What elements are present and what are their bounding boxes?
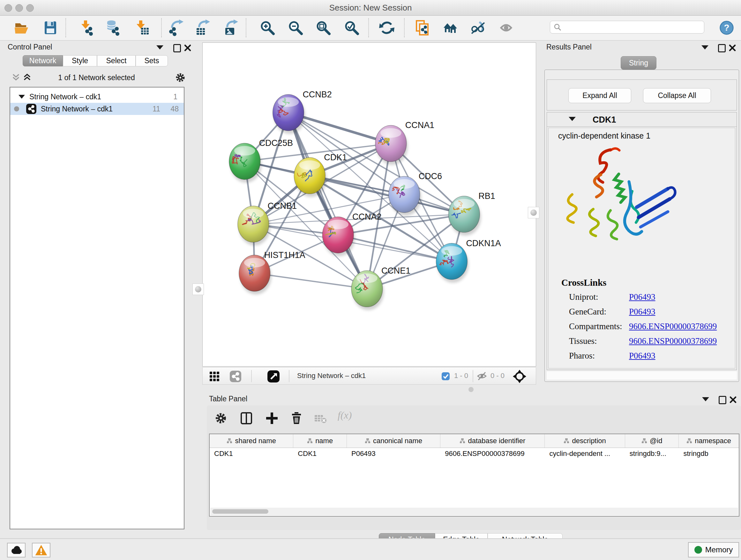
home-icon[interactable] bbox=[442, 19, 459, 36]
table-row[interactable]: CDK1 CDK1 P06493 9606.ENSP00000378699 cy… bbox=[210, 448, 739, 460]
crosslink-link[interactable]: P06493 bbox=[629, 307, 656, 317]
export-network-icon[interactable] bbox=[168, 19, 185, 36]
network-node-count: 11 bbox=[152, 105, 160, 113]
export-table-icon[interactable] bbox=[195, 19, 211, 36]
column-header-description[interactable]: description bbox=[545, 434, 625, 448]
hidden-eye-icon[interactable] bbox=[476, 371, 487, 381]
node-table: shared name name canonical name database… bbox=[209, 434, 739, 516]
node-label: CDK1 bbox=[324, 152, 347, 162]
horizontal-splitter-handle[interactable] bbox=[468, 387, 474, 392]
network-node-CCNA1[interactable]: CCNA1 bbox=[371, 120, 434, 162]
column-header-canonical-name[interactable]: canonical name bbox=[347, 434, 441, 448]
network-options-gear-icon[interactable] bbox=[175, 72, 186, 83]
column-header-id[interactable]: @id bbox=[625, 434, 679, 448]
export-image-icon[interactable] bbox=[223, 19, 239, 36]
crosslink-link[interactable]: P06493 bbox=[629, 292, 656, 302]
function-builder-icon[interactable]: f(x) bbox=[338, 409, 363, 423]
zoom-fit-icon[interactable] bbox=[315, 19, 332, 36]
open-session-icon[interactable] bbox=[13, 19, 30, 36]
results-button-box: Expand All Collapse All bbox=[547, 79, 737, 111]
string-network-icon bbox=[26, 104, 37, 114]
search-field bbox=[550, 21, 704, 34]
column-header-database-identifier[interactable]: database identifier bbox=[441, 434, 545, 448]
grid-view-icon[interactable] bbox=[209, 371, 220, 382]
column-header-namespace[interactable]: namespace bbox=[679, 434, 739, 448]
collapse-all-button[interactable]: Collapse All bbox=[643, 88, 711, 103]
zoom-selected-icon[interactable] bbox=[343, 19, 360, 36]
results-scroll-area: Expand All Collapse All CDK1 cyclin-depe… bbox=[544, 70, 739, 382]
import-network-file-icon[interactable] bbox=[78, 19, 95, 36]
network-edge[interactable] bbox=[338, 235, 452, 261]
network-node-CDKN1A[interactable]: CDKN1A bbox=[436, 239, 501, 280]
network-graph[interactable]: CCNB2CCNA1CDC25BCDK1CDC6RB1CCNB1CCNA2CDK… bbox=[203, 43, 536, 366]
zoom-in-icon[interactable] bbox=[259, 19, 276, 36]
cdk1-collapse-icon[interactable] bbox=[569, 117, 576, 121]
cloud-icon bbox=[10, 545, 23, 555]
network-edge[interactable] bbox=[255, 273, 367, 289]
network-share-view-icon[interactable] bbox=[229, 370, 242, 382]
memory-button[interactable]: Memory bbox=[688, 542, 739, 557]
results-panel-menu-icon[interactable] bbox=[701, 45, 710, 54]
selected-checkbox-icon[interactable] bbox=[441, 372, 450, 381]
table-horizontal-scrollbar[interactable] bbox=[210, 508, 738, 515]
pan-crosshair-icon[interactable] bbox=[513, 370, 526, 383]
save-session-icon[interactable] bbox=[42, 19, 59, 36]
search-input[interactable] bbox=[564, 23, 704, 32]
hidden-count: 0 - 0 bbox=[490, 372, 504, 380]
network-node-CDK1[interactable]: CDK1 bbox=[292, 152, 347, 194]
zoom-out-icon[interactable] bbox=[287, 19, 304, 36]
bar-separator bbox=[251, 370, 252, 382]
results-panel-close-icon[interactable] bbox=[729, 44, 737, 52]
delete-column-icon[interactable] bbox=[289, 411, 304, 425]
scrollbar-thumb[interactable] bbox=[212, 509, 268, 514]
network-row-selected[interactable]: String Network – cdk1 11 48 bbox=[10, 103, 184, 115]
expand-all-button[interactable]: Expand All bbox=[568, 88, 631, 103]
cell-id: stringdb:9... bbox=[625, 449, 679, 458]
left-splitter-handle[interactable] bbox=[192, 284, 204, 295]
help-icon[interactable]: ? bbox=[719, 20, 734, 36]
column-header-shared-name[interactable]: shared name bbox=[210, 434, 293, 448]
hide-selected-icon[interactable] bbox=[470, 19, 486, 36]
tab-select[interactable]: Select bbox=[97, 55, 136, 66]
table-gear-icon[interactable] bbox=[214, 411, 228, 425]
crosslink-link[interactable]: P06493 bbox=[629, 351, 656, 361]
tab-style[interactable]: Style bbox=[63, 55, 97, 66]
node-label: CCNB1 bbox=[268, 201, 297, 211]
crosslink-link[interactable]: 9606.ENSP00000378699 bbox=[629, 336, 717, 346]
warnings-button[interactable] bbox=[32, 543, 51, 557]
results-panel-float-icon[interactable] bbox=[718, 44, 726, 52]
import-network-database-icon[interactable] bbox=[105, 19, 121, 36]
session-document-icon[interactable] bbox=[414, 19, 430, 36]
tree-expander-icon[interactable] bbox=[18, 95, 25, 99]
control-panel-menu-icon[interactable] bbox=[156, 45, 165, 54]
tab-sets[interactable]: Sets bbox=[136, 55, 168, 66]
table-panel-float-icon[interactable] bbox=[719, 396, 727, 404]
column-header-name[interactable]: name bbox=[293, 434, 347, 448]
refresh-icon[interactable] bbox=[379, 19, 395, 36]
show-columns-icon[interactable] bbox=[239, 411, 253, 425]
delete-table-icon[interactable] bbox=[313, 411, 327, 425]
cloud-button[interactable] bbox=[7, 543, 25, 557]
table-panel-menu-icon[interactable] bbox=[702, 397, 711, 406]
table-panel-close-icon[interactable] bbox=[729, 396, 738, 404]
tab-string[interactable]: String bbox=[621, 56, 657, 70]
import-table-file-icon[interactable] bbox=[133, 19, 150, 36]
right-splitter-handle[interactable] bbox=[528, 207, 539, 219]
add-column-icon[interactable] bbox=[265, 411, 279, 425]
cdk1-card-header[interactable]: CDK1 bbox=[547, 112, 737, 127]
crosslink-label: Pharos: bbox=[569, 351, 595, 361]
crosslink-link[interactable]: 9606.ENSP00000378699 bbox=[629, 321, 717, 331]
control-panel-close-icon[interactable] bbox=[184, 44, 192, 52]
network-edge[interactable] bbox=[288, 113, 367, 289]
show-all-icon[interactable] bbox=[498, 19, 515, 36]
network-canvas[interactable]: CCNB2CCNA1CDC25BCDK1CDC6RB1CCNB1CCNA2CDK… bbox=[202, 43, 536, 367]
network-node-HIST1H1A[interactable]: HIST1H1A bbox=[239, 250, 306, 292]
selected-count: 1 - 0 bbox=[454, 372, 468, 380]
tab-network[interactable]: Network bbox=[23, 55, 63, 66]
results-scrollbar-track[interactable] bbox=[547, 371, 737, 380]
detach-view-icon[interactable] bbox=[267, 370, 280, 383]
network-collection-row[interactable]: String Network – cdk1 1 bbox=[10, 91, 184, 103]
network-node-RB1[interactable]: RB1 bbox=[449, 191, 495, 233]
network-tree: String Network – cdk1 1 String Network –… bbox=[10, 87, 185, 530]
control-panel-float-icon[interactable] bbox=[173, 44, 182, 52]
